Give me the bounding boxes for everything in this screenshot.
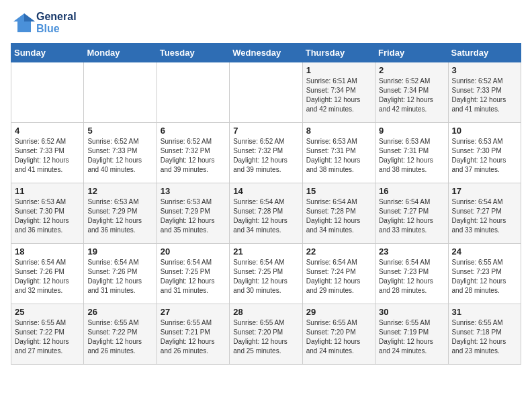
day-info: Sunrise: 6:54 AM Sunset: 7:27 PM Dayligh…	[452, 197, 517, 235]
day-info: Sunrise: 6:55 AM Sunset: 7:22 PM Dayligh…	[87, 318, 152, 356]
day-info: Sunrise: 6:54 AM Sunset: 7:23 PM Dayligh…	[379, 258, 444, 295]
day-cell: 3Sunrise: 6:52 AM Sunset: 7:33 PM Daylig…	[448, 62, 521, 123]
day-number: 14	[233, 186, 298, 196]
header-day-tuesday: Tuesday	[157, 44, 229, 62]
day-cell: 19Sunrise: 6:54 AM Sunset: 7:26 PM Dayli…	[84, 244, 157, 304]
day-number: 10	[452, 126, 517, 136]
calendar-table: SundayMondayTuesdayWednesdayThursdayFrid…	[11, 43, 521, 365]
day-cell: 25Sunrise: 6:55 AM Sunset: 7:22 PM Dayli…	[11, 304, 84, 365]
day-cell: 11Sunrise: 6:53 AM Sunset: 7:30 PM Dayli…	[11, 183, 84, 244]
calendar-body: 1Sunrise: 6:51 AM Sunset: 7:34 PM Daylig…	[11, 62, 521, 365]
day-cell: 7Sunrise: 6:52 AM Sunset: 7:32 PM Daylig…	[230, 123, 302, 183]
day-number: 8	[306, 126, 371, 136]
day-info: Sunrise: 6:54 AM Sunset: 7:25 PM Dayligh…	[233, 258, 298, 295]
header-row: SundayMondayTuesdayWednesdayThursdayFrid…	[11, 44, 521, 62]
day-cell: 5Sunrise: 6:52 AM Sunset: 7:33 PM Daylig…	[84, 123, 157, 183]
day-cell: 17Sunrise: 6:54 AM Sunset: 7:27 PM Dayli…	[448, 183, 521, 244]
day-info: Sunrise: 6:55 AM Sunset: 7:20 PM Dayligh…	[306, 318, 371, 356]
day-number: 4	[15, 126, 80, 136]
week-row-2: 4Sunrise: 6:52 AM Sunset: 7:33 PM Daylig…	[11, 123, 521, 183]
day-number: 6	[161, 126, 226, 136]
day-number: 26	[87, 307, 152, 317]
header-day-friday: Friday	[375, 44, 448, 62]
day-number: 30	[379, 307, 444, 317]
day-cell: 21Sunrise: 6:54 AM Sunset: 7:25 PM Dayli…	[230, 244, 302, 304]
day-cell: 29Sunrise: 6:55 AM Sunset: 7:20 PM Dayli…	[302, 304, 375, 365]
header-day-saturday: Saturday	[448, 44, 521, 62]
day-info: Sunrise: 6:55 AM Sunset: 7:19 PM Dayligh…	[379, 318, 444, 356]
day-info: Sunrise: 6:55 AM Sunset: 7:22 PM Dayligh…	[15, 318, 80, 356]
week-row-3: 11Sunrise: 6:53 AM Sunset: 7:30 PM Dayli…	[11, 183, 521, 244]
day-number: 29	[306, 307, 371, 317]
day-info: Sunrise: 6:53 AM Sunset: 7:30 PM Dayligh…	[15, 197, 80, 235]
day-info: Sunrise: 6:55 AM Sunset: 7:23 PM Dayligh…	[452, 258, 517, 295]
page-header: General Blue	[11, 11, 521, 35]
day-cell: 20Sunrise: 6:54 AM Sunset: 7:25 PM Dayli…	[157, 244, 229, 304]
day-cell: 26Sunrise: 6:55 AM Sunset: 7:22 PM Dayli…	[84, 304, 157, 365]
day-info: Sunrise: 6:54 AM Sunset: 7:28 PM Dayligh…	[233, 197, 298, 235]
logo-bird-icon	[11, 11, 35, 35]
day-info: Sunrise: 6:54 AM Sunset: 7:27 PM Dayligh…	[379, 197, 444, 235]
day-number: 21	[233, 246, 298, 257]
day-cell: 15Sunrise: 6:54 AM Sunset: 7:28 PM Dayli…	[302, 183, 375, 244]
day-number: 11	[15, 186, 80, 196]
day-info: Sunrise: 6:51 AM Sunset: 7:34 PM Dayligh…	[306, 77, 371, 114]
day-cell: 2Sunrise: 6:52 AM Sunset: 7:34 PM Daylig…	[375, 62, 448, 123]
logo-text-blue: Blue	[36, 23, 77, 35]
day-cell: 8Sunrise: 6:53 AM Sunset: 7:31 PM Daylig…	[302, 123, 375, 183]
week-row-1: 1Sunrise: 6:51 AM Sunset: 7:34 PM Daylig…	[11, 62, 521, 123]
day-cell: 30Sunrise: 6:55 AM Sunset: 7:19 PM Dayli…	[375, 304, 448, 365]
logo: General Blue	[11, 11, 77, 35]
day-cell: 4Sunrise: 6:52 AM Sunset: 7:33 PM Daylig…	[11, 123, 84, 183]
day-cell: 13Sunrise: 6:53 AM Sunset: 7:29 PM Dayli…	[157, 183, 229, 244]
day-number: 12	[87, 186, 152, 196]
day-cell: 23Sunrise: 6:54 AM Sunset: 7:23 PM Dayli…	[375, 244, 448, 304]
day-cell: 16Sunrise: 6:54 AM Sunset: 7:27 PM Dayli…	[375, 183, 448, 244]
day-info: Sunrise: 6:52 AM Sunset: 7:32 PM Dayligh…	[233, 137, 298, 175]
calendar-header: SundayMondayTuesdayWednesdayThursdayFrid…	[11, 44, 521, 62]
day-number: 19	[87, 246, 152, 257]
day-info: Sunrise: 6:53 AM Sunset: 7:31 PM Dayligh…	[379, 137, 444, 175]
day-cell: 24Sunrise: 6:55 AM Sunset: 7:23 PM Dayli…	[448, 244, 521, 304]
day-info: Sunrise: 6:52 AM Sunset: 7:34 PM Dayligh…	[379, 77, 444, 114]
day-info: Sunrise: 6:55 AM Sunset: 7:20 PM Dayligh…	[233, 318, 298, 356]
day-cell: 10Sunrise: 6:53 AM Sunset: 7:30 PM Dayli…	[448, 123, 521, 183]
day-cell: 6Sunrise: 6:52 AM Sunset: 7:32 PM Daylig…	[157, 123, 229, 183]
day-number: 5	[87, 126, 152, 136]
day-number: 2	[379, 65, 444, 75]
day-info: Sunrise: 6:54 AM Sunset: 7:26 PM Dayligh…	[15, 258, 80, 295]
day-cell: 14Sunrise: 6:54 AM Sunset: 7:28 PM Dayli…	[230, 183, 302, 244]
svg-marker-1	[24, 13, 35, 21]
day-cell: 18Sunrise: 6:54 AM Sunset: 7:26 PM Dayli…	[11, 244, 84, 304]
day-info: Sunrise: 6:55 AM Sunset: 7:18 PM Dayligh…	[452, 318, 517, 356]
day-info: Sunrise: 6:52 AM Sunset: 7:32 PM Dayligh…	[161, 137, 226, 175]
day-info: Sunrise: 6:54 AM Sunset: 7:28 PM Dayligh…	[306, 197, 371, 235]
day-number: 20	[161, 246, 226, 257]
day-cell: 22Sunrise: 6:54 AM Sunset: 7:24 PM Dayli…	[302, 244, 375, 304]
day-number: 25	[15, 307, 80, 317]
day-number: 27	[161, 307, 226, 317]
day-info: Sunrise: 6:53 AM Sunset: 7:29 PM Dayligh…	[87, 197, 152, 235]
day-info: Sunrise: 6:55 AM Sunset: 7:21 PM Dayligh…	[161, 318, 226, 356]
week-row-5: 25Sunrise: 6:55 AM Sunset: 7:22 PM Dayli…	[11, 304, 521, 365]
day-number: 18	[15, 246, 80, 257]
header-day-monday: Monday	[84, 44, 157, 62]
day-info: Sunrise: 6:53 AM Sunset: 7:30 PM Dayligh…	[452, 137, 517, 175]
day-number: 22	[306, 246, 371, 257]
day-cell: 9Sunrise: 6:53 AM Sunset: 7:31 PM Daylig…	[375, 123, 448, 183]
day-cell: 1Sunrise: 6:51 AM Sunset: 7:34 PM Daylig…	[302, 62, 375, 123]
day-number: 13	[161, 186, 226, 196]
day-number: 17	[452, 186, 517, 196]
logo-text-general: General	[36, 11, 77, 23]
day-number: 3	[452, 65, 517, 75]
day-cell: 27Sunrise: 6:55 AM Sunset: 7:21 PM Dayli…	[157, 304, 229, 365]
day-cell: 28Sunrise: 6:55 AM Sunset: 7:20 PM Dayli…	[230, 304, 302, 365]
week-row-4: 18Sunrise: 6:54 AM Sunset: 7:26 PM Dayli…	[11, 244, 521, 304]
day-info: Sunrise: 6:54 AM Sunset: 7:25 PM Dayligh…	[161, 258, 226, 295]
day-info: Sunrise: 6:52 AM Sunset: 7:33 PM Dayligh…	[15, 137, 80, 175]
day-cell	[230, 62, 302, 123]
day-number: 28	[233, 307, 298, 317]
day-cell	[11, 62, 84, 123]
day-info: Sunrise: 6:54 AM Sunset: 7:26 PM Dayligh…	[87, 258, 152, 295]
day-number: 23	[379, 246, 444, 257]
